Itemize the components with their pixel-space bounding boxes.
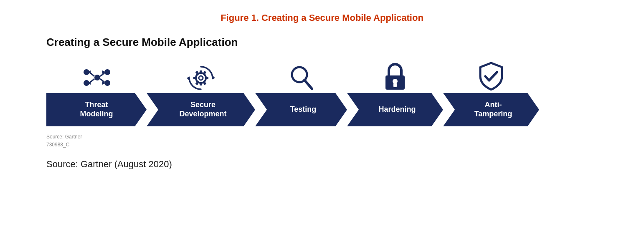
source-small: Source: Gartner 730988_C — [46, 133, 598, 149]
source-large: Source: Gartner (August 2020) — [46, 159, 598, 170]
step-secure-development-arrow: SecureDevelopment — [147, 93, 255, 126]
step-threat-modeling: ThreatModeling — [46, 61, 147, 126]
step-hardening-arrow: Hardening — [347, 93, 443, 126]
threat-modeling-icon — [81, 61, 112, 90]
figure-title-container: Figure 1. Creating a Secure Mobile Appli… — [221, 13, 423, 36]
testing-icon — [289, 61, 314, 90]
secure-development-icon — [187, 61, 215, 90]
svg-point-13 — [196, 73, 206, 83]
svg-point-14 — [199, 76, 203, 80]
anti-tampering-icon — [479, 61, 504, 90]
svg-rect-29 — [393, 83, 397, 87]
svg-rect-18 — [193, 77, 196, 79]
step-threat-modeling-arrow: ThreatModeling — [46, 93, 147, 126]
svg-line-26 — [304, 80, 312, 89]
step-hardening: Hardening — [347, 61, 443, 126]
svg-point-2 — [94, 75, 100, 80]
source-small-line2: 730988_C — [46, 141, 598, 149]
step-secure-development: SecureDevelopment — [147, 61, 255, 126]
diagram-container: Creating a Secure Mobile Application — [30, 36, 614, 170]
step-anti-tampering-arrow: Anti-Tampering — [443, 93, 539, 126]
svg-rect-15 — [200, 70, 202, 73]
svg-rect-16 — [200, 83, 202, 85]
step-testing-arrow: Testing — [255, 93, 347, 126]
hardening-icon — [383, 61, 407, 90]
step-anti-tampering: Anti-Tampering — [443, 61, 539, 126]
svg-rect-17 — [206, 77, 208, 79]
source-small-line1: Source: Gartner — [46, 133, 598, 141]
process-row: ThreatModeling — [46, 61, 598, 126]
diagram-heading: Creating a Secure Mobile Application — [46, 36, 598, 49]
step-testing: Testing — [255, 61, 347, 126]
figure-title: Figure 1. Creating a Secure Mobile Appli… — [221, 13, 423, 23]
